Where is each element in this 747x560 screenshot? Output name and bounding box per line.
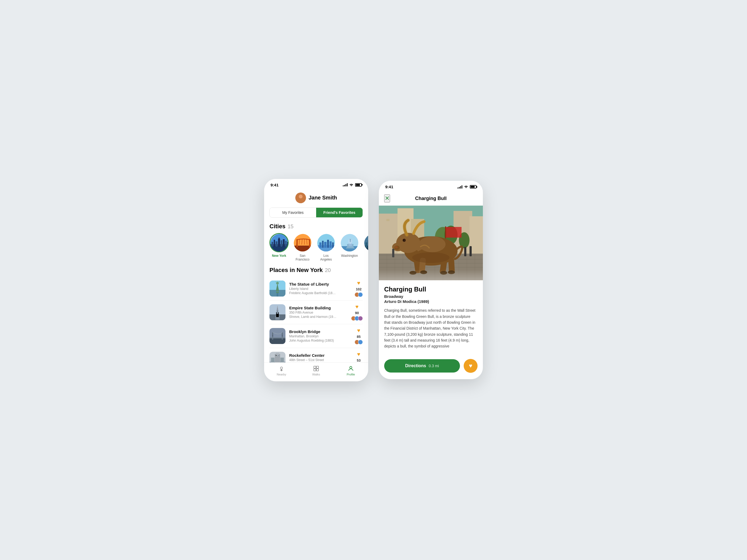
place-name-bridge: Brooklyn Bridge bbox=[289, 329, 351, 334]
place-info-empire: Empire State Building 350 Fifth Avenue S… bbox=[289, 305, 347, 319]
svg-rect-7 bbox=[274, 240, 275, 247]
heart-icon-liberty: ♥ bbox=[357, 280, 360, 286]
svg-point-1 bbox=[299, 195, 303, 198]
bull-hero-image bbox=[379, 206, 483, 280]
fav-count-empire: 90 bbox=[355, 311, 359, 315]
place-info-liberty: The Statue of Liberty Liberty Island Fré… bbox=[289, 282, 351, 295]
svg-rect-38 bbox=[350, 239, 351, 242]
place-name-rock: Rockefeller Center bbox=[289, 353, 351, 357]
profile-icon bbox=[347, 365, 354, 372]
nav-walks[interactable]: Walks bbox=[299, 365, 334, 376]
detail-header: ✕ Charging Bull bbox=[379, 191, 483, 206]
city-name-la: LosAngeles bbox=[320, 254, 332, 261]
nav-label-walks: Walks bbox=[312, 373, 320, 376]
city-name-newyork: New York bbox=[272, 254, 286, 258]
city-item-washington[interactable]: Washington bbox=[340, 233, 359, 261]
city-item-losangeles[interactable]: LosAngeles bbox=[316, 233, 336, 261]
place-name-empire: Empire State Building bbox=[289, 305, 347, 310]
close-button[interactable]: ✕ bbox=[384, 194, 390, 203]
fav-count-bridge: 85 bbox=[357, 335, 360, 339]
places-count: 20 bbox=[325, 267, 331, 273]
svg-rect-11 bbox=[281, 240, 282, 247]
place-item-liberty[interactable]: The Statue of Liberty Liberty Island Fré… bbox=[269, 277, 363, 300]
signal-icon bbox=[343, 183, 347, 186]
svg-rect-31 bbox=[330, 241, 332, 248]
wifi-icon bbox=[349, 183, 354, 187]
battery-icon bbox=[355, 183, 362, 187]
svg-rect-12 bbox=[283, 239, 285, 247]
svg-rect-40 bbox=[346, 248, 355, 248]
svg-rect-8 bbox=[276, 241, 278, 247]
place-meta-liberty: ♥ 102 bbox=[355, 280, 363, 297]
svg-rect-28 bbox=[322, 241, 324, 248]
svg-rect-84 bbox=[316, 369, 318, 371]
svg-rect-10 bbox=[279, 238, 280, 239]
wifi-icon-2 bbox=[464, 185, 468, 189]
place-architect-bridge: John Augustus Roebling (1883) bbox=[289, 339, 351, 342]
city-circle-newyork bbox=[269, 233, 289, 252]
svg-rect-39 bbox=[350, 239, 351, 239]
directions-label: Directions bbox=[405, 364, 426, 368]
fav-count-liberty: 102 bbox=[356, 287, 362, 291]
svg-rect-137 bbox=[445, 226, 446, 238]
place-meta-empire: ♥ 90 bbox=[351, 304, 363, 321]
place-item-empire[interactable]: Empire State Building 350 Fifth Avenue S… bbox=[269, 300, 363, 324]
nav-nearby[interactable]: Nearby bbox=[264, 365, 299, 376]
avatars-bridge bbox=[355, 340, 363, 345]
svg-rect-44 bbox=[365, 242, 367, 248]
status-bar-2: 9:41 bbox=[379, 181, 483, 191]
svg-point-123 bbox=[419, 236, 445, 252]
svg-rect-67 bbox=[269, 337, 285, 339]
city-item-sanfrancisco[interactable]: SanFrancisco bbox=[293, 233, 312, 261]
city-circle-washington bbox=[340, 233, 359, 252]
tab-friends-favorites[interactable]: Friend's Favorites bbox=[316, 208, 363, 217]
svg-rect-49 bbox=[277, 293, 278, 296]
city-item-boston[interactable]: Bost… bbox=[363, 233, 368, 261]
heart-icon-detail: ♥ bbox=[469, 363, 472, 369]
phone-profile: 9:41 Jane Smith bbox=[264, 179, 368, 381]
svg-rect-41 bbox=[346, 247, 354, 248]
places-title: Places in New York bbox=[269, 267, 323, 274]
svg-rect-14 bbox=[287, 242, 288, 247]
svg-point-85 bbox=[350, 366, 352, 369]
fav-count-rock: 53 bbox=[357, 358, 360, 363]
nav-label-profile: Profile bbox=[346, 373, 355, 376]
nav-profile[interactable]: Profile bbox=[334, 365, 368, 376]
svg-rect-93 bbox=[382, 219, 385, 221]
svg-rect-82 bbox=[316, 366, 318, 368]
svg-rect-30 bbox=[327, 240, 329, 248]
svg-rect-27 bbox=[319, 242, 321, 248]
place-thumb-bridge bbox=[269, 328, 285, 344]
place-address-bridge: Manhattan, Brooklyn bbox=[289, 335, 351, 338]
svg-rect-133 bbox=[464, 247, 466, 256]
svg-rect-29 bbox=[324, 242, 327, 248]
directions-button[interactable]: Directions 0.3 mi bbox=[384, 359, 460, 373]
svg-rect-71 bbox=[276, 353, 279, 355]
detail-street: Broadway bbox=[384, 294, 478, 299]
profile-name: Jane Smith bbox=[309, 195, 337, 201]
detail-place-name: Charging Bull bbox=[384, 286, 478, 293]
place-architect-liberty: Frédéric Auguste Bartholdi (18… bbox=[289, 291, 351, 295]
place-address-liberty: Liberty Island bbox=[289, 287, 351, 291]
place-item-bridge[interactable]: Brooklyn Bridge Manhattan, Brooklyn John… bbox=[269, 324, 363, 348]
svg-rect-134 bbox=[469, 246, 472, 256]
city-item-newyork[interactable]: New York bbox=[269, 233, 289, 261]
svg-point-132 bbox=[412, 252, 449, 263]
nearby-icon bbox=[278, 365, 285, 372]
svg-rect-52 bbox=[277, 282, 278, 284]
detail-description: Charging Bull, sometimes referred to as … bbox=[384, 308, 478, 349]
detail-artist: Arturo Di Modica (1989) bbox=[384, 299, 478, 304]
place-address-empire: 350 Fifth Avenue bbox=[289, 311, 347, 314]
place-address-rock: 48th Street – 51st Street bbox=[289, 358, 351, 362]
svg-point-120 bbox=[394, 246, 398, 248]
nav-label-nearby: Nearby bbox=[277, 373, 286, 376]
tab-my-favorites[interactable]: My Favorites bbox=[270, 208, 316, 217]
screen1-content: Jane Smith My Favorites Friend's Favorit… bbox=[264, 189, 368, 381]
favorite-button[interactable]: ♥ bbox=[464, 359, 478, 373]
city-circle-boston bbox=[363, 233, 368, 252]
svg-rect-81 bbox=[314, 366, 316, 368]
cities-section-header: Cities 15 bbox=[264, 223, 368, 233]
svg-rect-13 bbox=[285, 241, 286, 247]
svg-rect-32 bbox=[332, 242, 334, 248]
walks-icon bbox=[313, 365, 319, 372]
